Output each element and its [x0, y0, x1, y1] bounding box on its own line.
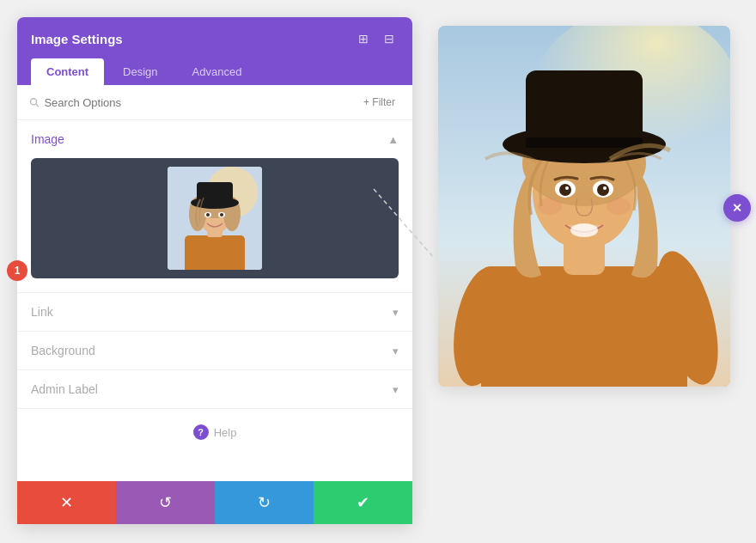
- search-input[interactable]: [44, 96, 358, 109]
- image-settings-panel: Image Settings ⊞ ⊟ Content Design Advanc…: [17, 17, 412, 524]
- redo-button[interactable]: ↻: [215, 481, 314, 524]
- svg-point-35: [570, 223, 598, 237]
- help-icon: ?: [193, 424, 209, 440]
- section-admin-label-header[interactable]: Admin Label ▾: [17, 370, 412, 408]
- search-bar: + Filter: [17, 85, 412, 120]
- section-link-header[interactable]: Link ▾: [17, 293, 412, 331]
- svg-point-37: [607, 198, 631, 215]
- svg-point-33: [565, 186, 569, 190]
- svg-rect-5: [185, 235, 245, 270]
- split-icon[interactable]: ⊟: [380, 29, 399, 48]
- svg-point-36: [538, 198, 562, 215]
- preview-card-image: [438, 26, 730, 387]
- image-thumbnail: [168, 167, 262, 270]
- svg-point-34: [603, 186, 607, 190]
- help-row[interactable]: ? Help: [17, 409, 412, 455]
- right-preview: ✕: [430, 17, 739, 387]
- svg-point-32: [597, 184, 609, 196]
- help-label: Help: [214, 426, 237, 439]
- section-link-title: Link: [31, 305, 53, 319]
- section-background-title: Background: [31, 344, 95, 357]
- svg-line-1: [36, 104, 39, 107]
- filter-button[interactable]: + Filter: [358, 94, 400, 111]
- step-badge: 1: [7, 260, 27, 281]
- section-admin-label-chevron: ▾: [393, 383, 399, 396]
- cancel-button[interactable]: ✕: [17, 481, 116, 524]
- panel-title: Image Settings: [31, 32, 123, 46]
- svg-rect-20: [481, 266, 687, 387]
- undo-button[interactable]: ↺: [116, 481, 215, 524]
- svg-point-31: [559, 184, 571, 196]
- cancel-icon: ✕: [60, 493, 73, 512]
- section-background: Background ▾: [17, 332, 412, 370]
- section-image-header[interactable]: Image ▲: [17, 120, 412, 158]
- panel-header: Image Settings ⊞ ⊟ Content Design Advanc…: [17, 17, 412, 85]
- tab-design[interactable]: Design: [107, 58, 173, 85]
- section-image-chevron-up: ▲: [387, 133, 399, 146]
- tab-content[interactable]: Content: [31, 58, 104, 85]
- panel-content: Image ▲: [17, 120, 412, 524]
- redo-icon: ↻: [258, 493, 271, 512]
- panel-tabs: Content Design Advanced: [31, 58, 399, 85]
- section-admin-label: Admin Label ▾: [17, 370, 412, 409]
- save-button[interactable]: ✔: [314, 481, 412, 524]
- tab-advanced[interactable]: Advanced: [177, 58, 258, 85]
- section-link: Link ▾: [17, 293, 412, 332]
- panel-footer: ✕ ↺ ↻ ✔: [17, 481, 412, 524]
- section-admin-label-title: Admin Label: [31, 382, 98, 396]
- large-woman-portrait-svg: [438, 26, 730, 387]
- undo-icon: ↺: [159, 493, 172, 512]
- svg-rect-28: [526, 137, 643, 148]
- search-input-wrap: [29, 96, 358, 109]
- woman-portrait-svg: [168, 167, 262, 270]
- image-preview-area[interactable]: [31, 158, 399, 278]
- section-link-chevron: ▾: [393, 306, 399, 319]
- panel-icon-group: ⊞ ⊟: [354, 29, 399, 48]
- preview-card: ✕: [438, 26, 730, 387]
- section-background-chevron: ▾: [393, 345, 399, 357]
- section-image-title: Image: [31, 132, 64, 146]
- search-icon: [29, 97, 39, 107]
- save-icon: ✔: [357, 493, 369, 512]
- svg-point-15: [206, 213, 210, 217]
- expand-icon[interactable]: ⊞: [354, 29, 373, 48]
- section-image: Image ▲: [17, 120, 412, 293]
- section-background-header[interactable]: Background ▾: [17, 332, 412, 369]
- svg-point-16: [220, 213, 223, 217]
